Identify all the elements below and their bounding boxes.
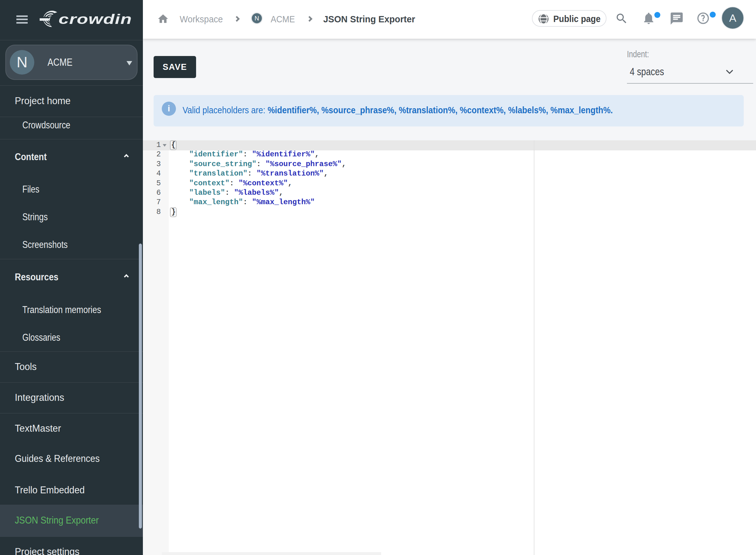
svg-text:crowdin: crowdin — [58, 11, 132, 27]
